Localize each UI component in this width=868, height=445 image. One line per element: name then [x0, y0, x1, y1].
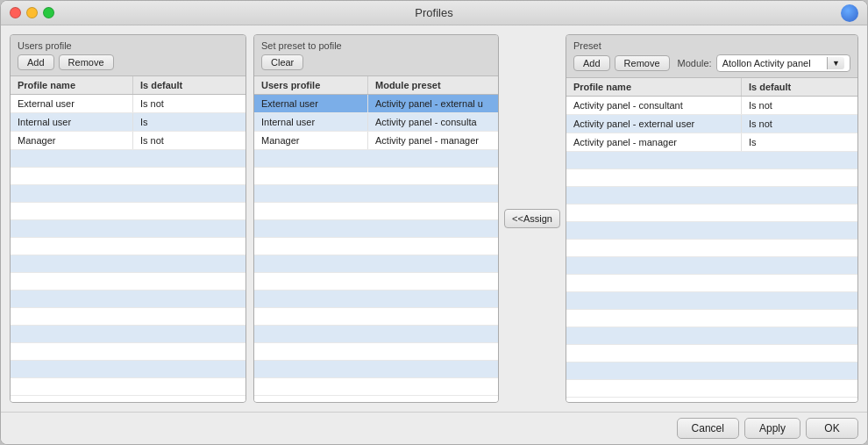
empty-row — [254, 378, 498, 396]
maximize-button[interactable] — [43, 7, 54, 18]
mid-row3-profile: Manager — [254, 132, 368, 149]
empty-row — [11, 291, 245, 308]
mid-row1-preset: Activity panel - external u — [368, 95, 498, 112]
table-row[interactable]: Manager Activity panel - manager — [254, 132, 498, 150]
empty-row — [11, 238, 245, 255]
table-row[interactable]: Internal user Activity panel - consulta — [254, 113, 498, 132]
right-row3-default: Is — [742, 133, 857, 151]
main-content: Users profile Add Remove Profile name Is… — [1, 25, 867, 412]
right-row1-profile: Activity panel - consultant — [566, 97, 742, 114]
empty-row — [566, 380, 857, 398]
apply-button[interactable]: Apply — [744, 418, 800, 439]
table-row[interactable]: External user Activity panel - external … — [254, 95, 498, 113]
empty-row — [254, 220, 498, 238]
empty-row — [566, 240, 857, 257]
table-row[interactable]: Activity panel - manager Is — [566, 133, 857, 152]
empty-row — [566, 310, 857, 327]
mid-row2-preset: Activity panel - consulta — [368, 113, 498, 131]
left-row1-default: Is not — [133, 95, 245, 112]
empty-row — [254, 255, 498, 273]
left-panel: Users profile Add Remove Profile name Is… — [10, 34, 246, 403]
titlebar-buttons — [10, 7, 54, 18]
empty-row — [11, 308, 245, 326]
left-table: Profile name Is default External user Is… — [11, 75, 245, 402]
middle-panel: Set preset to pofile Clear Users profile… — [253, 34, 499, 403]
empty-row — [566, 187, 857, 205]
empty-row — [254, 203, 498, 220]
empty-row — [566, 275, 857, 292]
close-button[interactable] — [10, 7, 21, 18]
table-row[interactable]: Internal user Is — [11, 113, 245, 132]
right-row3-profile: Activity panel - manager — [566, 133, 742, 151]
empty-row — [254, 308, 498, 326]
mid-row3-preset: Activity panel - manager — [368, 132, 498, 149]
right-row2-profile: Activity panel - external user — [566, 115, 742, 133]
empty-row — [566, 222, 857, 240]
window: Profiles Users profile Add Remove Profil… — [0, 0, 868, 445]
mid-row2-profile: Internal user — [254, 113, 368, 131]
empty-row — [11, 343, 245, 361]
left-add-button[interactable]: Add — [18, 54, 54, 70]
empty-row — [566, 205, 857, 222]
left-panel-toolbar: Add Remove — [11, 54, 245, 75]
empty-row — [11, 326, 245, 343]
minimize-button[interactable] — [26, 7, 38, 18]
clear-button[interactable]: Clear — [261, 54, 303, 70]
app-icon — [841, 4, 858, 22]
right-col-profile: Profile name — [566, 78, 742, 96]
assign-button[interactable]: <<Assign — [504, 209, 560, 228]
left-row2-default: Is — [133, 113, 245, 131]
assign-area: <<Assign — [506, 34, 559, 403]
middle-panel-header: Set preset to pofile — [254, 35, 498, 54]
table-row[interactable]: Manager Is not — [11, 132, 245, 150]
middle-panel-toolbar: Clear — [254, 54, 498, 75]
right-table-header: Profile name Is default — [566, 78, 857, 97]
empty-row — [254, 150, 498, 168]
right-col-default: Is default — [742, 78, 857, 96]
left-panel-header: Users profile — [11, 35, 245, 54]
mid-row1-profile: External user — [254, 95, 368, 112]
empty-row — [254, 168, 498, 185]
table-row[interactable]: Activity panel - external user Is not — [566, 115, 857, 133]
ok-button[interactable]: OK — [806, 418, 858, 439]
empty-row — [566, 345, 857, 362]
module-value: Atollon Activity panel — [722, 58, 811, 68]
right-row2-default: Is not — [742, 115, 857, 133]
table-row[interactable]: External user Is not — [11, 95, 245, 113]
module-dropdown[interactable]: Atollon Activity panel ▼ — [716, 54, 850, 72]
table-row[interactable]: Activity panel - consultant Is not — [566, 97, 857, 115]
empty-row — [11, 168, 245, 185]
mid-col-preset: Module preset — [368, 76, 498, 94]
left-remove-button[interactable]: Remove — [59, 54, 114, 70]
empty-row — [566, 327, 857, 345]
empty-row — [11, 273, 245, 291]
window-title: Profiles — [415, 6, 452, 19]
right-panel-toolbar: Add Remove Module: Atollon Activity pane… — [566, 54, 857, 77]
empty-row — [254, 185, 498, 203]
left-row2-profile: Internal user — [11, 113, 133, 131]
titlebar: Profiles — [1, 1, 867, 25]
left-row1-profile: External user — [11, 95, 133, 112]
empty-row — [566, 152, 857, 169]
chevron-down-icon: ▼ — [827, 57, 844, 69]
mid-col-profile: Users profile — [254, 76, 368, 94]
middle-table: Users profile Module preset External use… — [254, 75, 498, 402]
empty-row — [254, 238, 498, 255]
middle-table-body: External user Activity panel - external … — [254, 95, 498, 402]
right-remove-button[interactable]: Remove — [615, 55, 670, 71]
empty-row — [254, 326, 498, 343]
left-table-body: External user Is not Internal user Is Ma… — [11, 95, 245, 402]
empty-row — [254, 291, 498, 308]
empty-row — [11, 203, 245, 220]
empty-row — [11, 378, 245, 396]
empty-row — [254, 273, 498, 291]
empty-row — [11, 150, 245, 168]
panels-wrapper: Users profile Add Remove Profile name Is… — [10, 34, 858, 403]
middle-table-header: Users profile Module preset — [254, 76, 498, 95]
empty-row — [11, 220, 245, 238]
empty-row — [11, 361, 245, 378]
right-add-button[interactable]: Add — [573, 55, 610, 71]
cancel-button[interactable]: Cancel — [677, 418, 739, 439]
empty-row — [566, 169, 857, 187]
empty-row — [254, 361, 498, 378]
